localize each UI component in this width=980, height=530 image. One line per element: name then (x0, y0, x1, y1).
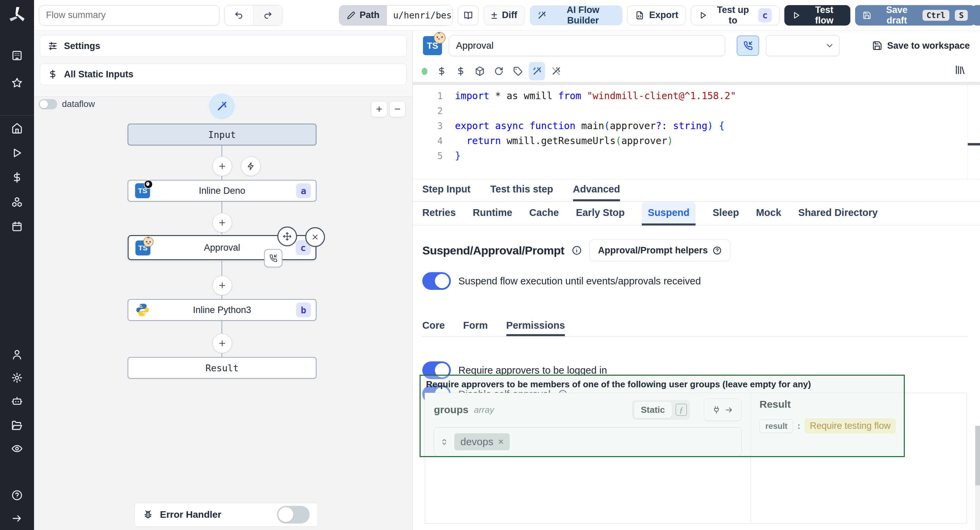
require-logged-in-toggle[interactable] (422, 361, 451, 379)
calendar-icon[interactable] (11, 221, 23, 232)
star-icon[interactable] (11, 77, 23, 89)
move-step-button[interactable] (277, 227, 297, 246)
tab-retries[interactable]: Retries (422, 202, 456, 225)
node-result[interactable]: Result (127, 357, 317, 379)
delete-step-button[interactable] (305, 227, 325, 247)
error-handler-card[interactable]: Error Handler (134, 503, 318, 527)
static-mode-button[interactable]: Static (633, 402, 672, 418)
input-mode-switch: Static ƒ (632, 400, 690, 420)
add-step-button[interactable] (212, 334, 232, 353)
play-icon (792, 11, 801, 20)
export-button[interactable]: Export (627, 5, 686, 25)
tab-mock[interactable]: Mock (756, 202, 781, 225)
approval-phone-badge[interactable] (264, 249, 282, 267)
tab-test-this-step[interactable]: Test this step (490, 179, 553, 201)
dollar-icon[interactable] (11, 172, 23, 183)
tab-advanced[interactable]: Advanced (573, 179, 620, 201)
scrollbar-thumb[interactable] (975, 426, 980, 485)
panel-resize-handle[interactable] (413, 82, 980, 85)
tag-button[interactable] (510, 62, 526, 80)
node-inline-python3[interactable]: Inline Python3 b (127, 299, 317, 321)
path-edit-button[interactable]: Path (339, 5, 387, 25)
flow-graph-canvas[interactable]: dataflow + − Input TS Inline Deno a TS (34, 96, 412, 530)
tab-sleep[interactable]: Sleep (713, 202, 739, 225)
tab-shared-directory[interactable]: Shared Directory (798, 202, 878, 225)
language-select[interactable] (766, 35, 840, 56)
top-toolbar: Path u/henri/bes ± Diff AI Flow Builder … (34, 0, 980, 31)
diff-button[interactable]: ± Diff (484, 5, 525, 25)
docs-button[interactable] (458, 5, 479, 25)
minimap-scroll-indicator[interactable] (968, 143, 980, 145)
more-actions-button-partial[interactable] (972, 5, 980, 26)
zoom-out-button[interactable]: − (389, 101, 406, 117)
help-icon[interactable] (11, 490, 23, 501)
flow-settings-card[interactable]: Settings (40, 35, 407, 57)
redo-button[interactable] (253, 5, 282, 25)
tab-suspend[interactable]: Suspend (642, 202, 695, 225)
arrow-right-icon[interactable] (11, 512, 23, 524)
tab-early-stop[interactable]: Early Stop (576, 202, 624, 225)
approval-mode-button[interactable] (737, 35, 759, 56)
javascript-mode-button[interactable]: ƒ (674, 402, 688, 417)
tab-runtime[interactable]: Runtime (473, 202, 512, 225)
error-handler-toggle[interactable] (277, 506, 310, 524)
remove-chip-icon[interactable]: × (498, 436, 504, 447)
robot-icon[interactable] (11, 395, 23, 407)
test-up-to-button[interactable]: Test up to c (691, 5, 780, 25)
tab-permissions[interactable]: Permissions (506, 316, 565, 336)
ai-assist-off-button[interactable] (548, 62, 564, 80)
windmill-logo-icon[interactable] (8, 5, 27, 24)
node-input[interactable]: Input (127, 124, 317, 145)
editor-code[interactable]: import * as wmill from "windmill-client@… (455, 89, 959, 163)
tab-step-input[interactable]: Step Input (422, 179, 471, 201)
step-title-input[interactable] (449, 35, 725, 56)
code-editor[interactable]: 12345 import * as wmill from "windmill-c… (413, 85, 980, 179)
test-flow-button[interactable]: Test flow (784, 5, 850, 26)
tab-core[interactable]: Core (422, 316, 445, 336)
advanced-tabs: RetriesRuntimeCacheEarly StopSuspendSlee… (413, 202, 980, 226)
info-icon[interactable] (572, 245, 582, 255)
reload-button[interactable] (491, 62, 507, 80)
plus-icon (218, 281, 227, 290)
add-step-button[interactable] (212, 156, 232, 176)
play-icon[interactable] (11, 147, 23, 159)
arrow-right-icon (724, 405, 733, 415)
package-button[interactable] (472, 62, 488, 80)
help-icon (713, 246, 722, 255)
ai-graph-wand-button[interactable] (209, 93, 235, 119)
group-chip[interactable]: devops × (454, 433, 510, 450)
folder-icon[interactable] (11, 420, 23, 431)
suspend-flow-toggle[interactable] (422, 272, 451, 290)
flow-summary-input[interactable] (39, 5, 220, 26)
save-to-workspace-button[interactable]: Save to workspace (872, 40, 970, 51)
ai-flow-builder-button[interactable]: AI Flow Builder (530, 5, 622, 25)
variables-button[interactable] (434, 62, 450, 80)
tab-form[interactable]: Form (463, 316, 488, 336)
undo-button[interactable] (224, 5, 253, 25)
path-button-group[interactable]: Path u/henri/bes (339, 5, 453, 26)
cubes-icon[interactable] (11, 196, 23, 208)
eye-icon[interactable] (11, 443, 23, 454)
add-trigger-button[interactable] (241, 156, 261, 176)
user-icon[interactable] (11, 349, 23, 360)
home-icon[interactable] (11, 123, 23, 134)
resources-dollar-button[interactable] (453, 62, 469, 80)
gear-icon[interactable] (11, 372, 23, 383)
approval-prompt-helpers-button[interactable]: Approval/Prompt helpers (589, 239, 730, 261)
groups-multiselect-input[interactable]: devops × (434, 427, 742, 457)
ai-assist-button[interactable] (529, 62, 545, 80)
building-icon[interactable] (11, 50, 23, 61)
connect-input-button[interactable] (704, 399, 742, 421)
save-draft-button[interactable]: Save draft Ctrl S (855, 5, 975, 26)
panel-scrollbar[interactable] (975, 426, 980, 530)
zoom-in-button[interactable]: + (371, 101, 387, 117)
tab-cache[interactable]: Cache (529, 202, 559, 225)
all-static-inputs-card[interactable]: All Static Inputs (40, 63, 407, 85)
node-inline-deno[interactable]: TS Inline Deno a (127, 180, 317, 202)
plus-icon (218, 162, 227, 171)
node-approval-selected[interactable]: TS Approval c (127, 235, 317, 260)
add-step-button[interactable] (212, 213, 232, 233)
add-step-button[interactable] (212, 276, 232, 295)
dataflow-toggle[interactable] (39, 99, 57, 109)
library-panel-icon[interactable] (954, 64, 966, 76)
